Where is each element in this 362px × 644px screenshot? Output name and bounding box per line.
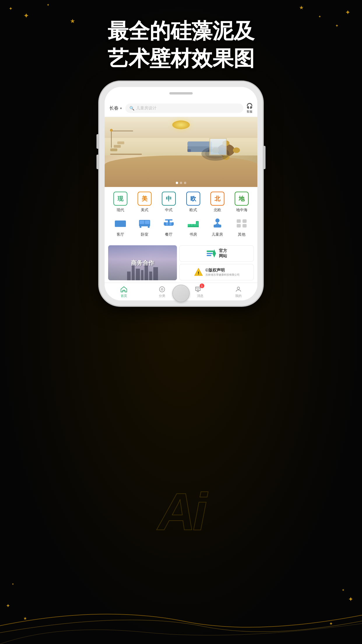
category-icon-modern: 现 — [113, 192, 127, 206]
room-label-living: 客厅 — [117, 232, 124, 237]
tab-messages-label: 消息 — [197, 294, 203, 298]
svg-rect-28 — [165, 219, 173, 220]
room-item-dining[interactable]: 餐厅 — [157, 216, 180, 237]
sparkle-icon: ✦ — [6, 603, 10, 609]
search-bar[interactable]: 🔍 儿童房设计 — [125, 104, 243, 113]
hero-banner[interactable] — [105, 117, 257, 187]
svg-rect-23 — [140, 220, 144, 224]
sparkle-icon: ✦ — [329, 621, 333, 626]
svg-point-43 — [215, 218, 219, 223]
svg-rect-9 — [187, 149, 191, 152]
customer-service-button[interactable]: 🎧 客服 — [246, 103, 253, 114]
category-item-modern[interactable]: 现 现代 — [109, 192, 132, 213]
banner-dot-3[interactable] — [184, 182, 186, 184]
svg-rect-26 — [140, 226, 141, 228]
svg-rect-31 — [164, 222, 166, 225]
svg-rect-27 — [148, 226, 150, 228]
phone-notch — [105, 87, 257, 100]
category-label-mediterranean: 地中海 — [236, 207, 247, 213]
copyright-subtitle: 吉林省乐享健康科技有限公司 — [205, 273, 240, 277]
tab-home[interactable]: 首页 — [115, 286, 133, 298]
ai-watermark: Ai — [158, 482, 204, 542]
svg-rect-48 — [237, 219, 241, 223]
style-category-row: 现 现代 美 美式 中 中式 欧 欧式 — [105, 192, 257, 216]
svg-rect-21 — [117, 225, 124, 227]
app-header: 长春 ▼ 🔍 儿童房设计 🎧 客服 — [105, 100, 257, 117]
tab-messages[interactable]: 1 消息 — [191, 286, 209, 298]
banner-dots — [176, 182, 186, 184]
room-item-bedroom[interactable]: 卧室 — [133, 216, 156, 237]
business-cooperation-banner[interactable]: 商务合作 — [108, 245, 177, 280]
room-icon-other — [235, 216, 249, 230]
category-item-mediterranean[interactable]: 地 地中海 — [230, 192, 253, 213]
svg-point-6 — [110, 129, 113, 132]
room-label-study: 书房 — [189, 232, 197, 237]
warning-icon: ! — [194, 267, 203, 277]
profile-tab-icon — [235, 286, 242, 293]
category-icon-american: 美 — [138, 192, 152, 206]
sparkle-icon: ✦ — [9, 6, 13, 11]
copyright-banner[interactable]: ! ©版权声明 吉林省乐享健康科技有限公司 — [179, 264, 254, 280]
svg-point-65 — [237, 287, 240, 289]
room-label-dining: 餐厅 — [165, 232, 173, 237]
svg-rect-1 — [114, 145, 121, 148]
headline-line2: 艺术壁材效果图 — [0, 45, 362, 72]
sparkle-icon: ✦ — [47, 3, 50, 7]
window-decoration — [209, 138, 227, 155]
headline: 最全的硅藻泥及 艺术壁材效果图 — [0, 18, 362, 72]
svg-rect-41 — [198, 222, 198, 226]
sparkle-icon: ✦ — [348, 596, 353, 603]
category-icon-european: 欧 — [186, 192, 200, 206]
room-item-study[interactable]: 书房 — [182, 216, 205, 237]
phone-speaker — [169, 92, 193, 94]
phone-home-button[interactable] — [172, 285, 190, 302]
room-label-kids: 儿童房 — [212, 232, 223, 237]
banner-dot-2[interactable] — [180, 182, 182, 184]
banner-dot-1[interactable] — [176, 182, 178, 184]
svg-rect-34 — [170, 222, 171, 225]
svg-point-59 — [161, 288, 163, 290]
room-label-other: 其他 — [238, 232, 245, 237]
location-button[interactable]: 长春 ▼ — [109, 105, 122, 111]
svg-point-13 — [233, 147, 240, 153]
tab-profile-label: 我的 — [235, 294, 242, 298]
phone-screen: 长春 ▼ 🔍 儿童房设计 🎧 客服 — [105, 87, 257, 300]
sparkle-icon: ★ — [342, 588, 345, 592]
room-item-kids[interactable]: 儿童房 — [206, 216, 229, 237]
room-icon-bedroom — [138, 216, 152, 230]
room-item-other[interactable]: 其他 — [230, 216, 253, 237]
category-item-european[interactable]: 欧 欧式 — [182, 192, 205, 213]
category-label-modern: 现代 — [117, 207, 124, 213]
headline-line1: 最全的硅藻泥及 — [0, 18, 362, 45]
search-placeholder: 儿童房设计 — [136, 106, 157, 111]
headset-icon: 🎧 — [246, 103, 253, 109]
official-website-label: 官方 — [219, 248, 227, 253]
tab-category-label: 分类 — [159, 294, 165, 298]
bottom-banners-section: 商务合作 官方 — [105, 243, 257, 283]
official-logo-icon — [206, 248, 217, 259]
style-categories-section: 现 现代 美 美式 中 中式 欧 欧式 — [105, 187, 257, 243]
room-item-living[interactable]: 客厅 — [109, 216, 132, 237]
svg-rect-57 — [123, 290, 125, 292]
right-banners-col: 官方 网站 ! ©版权声明 吉林省乐享健 — [179, 245, 254, 280]
svg-rect-36 — [188, 224, 190, 226]
svg-rect-53 — [207, 253, 212, 254]
room-label-bedroom: 卧室 — [141, 232, 148, 237]
sparkle-icon: ✦ — [345, 9, 350, 16]
sparkle-icon: ★ — [23, 616, 27, 621]
category-item-chinese[interactable]: 中 中式 — [157, 192, 180, 213]
category-item-nordic[interactable]: 北 北欧 — [206, 192, 229, 213]
copyright-text-col: ©版权声明 吉林省乐享健康科技有限公司 — [205, 268, 240, 277]
official-website-text-col: 官方 网站 — [219, 248, 227, 259]
official-website-banner[interactable]: 官方 网站 — [179, 245, 254, 262]
category-icon-mediterranean: 地 — [235, 192, 249, 206]
location-arrow-icon: ▼ — [120, 107, 122, 110]
business-cooperation-label: 商务合作 — [131, 259, 154, 267]
category-item-american[interactable]: 美 美式 — [133, 192, 156, 213]
tab-profile[interactable]: 我的 — [230, 286, 247, 298]
phone-container: 长春 ▼ 🔍 儿童房设计 🎧 客服 — [99, 82, 263, 306]
messages-badge: 1 — [200, 284, 204, 288]
category-label-european: 欧式 — [189, 207, 197, 213]
tab-category[interactable]: 分类 — [153, 286, 171, 298]
room-icon-kids — [210, 216, 224, 230]
